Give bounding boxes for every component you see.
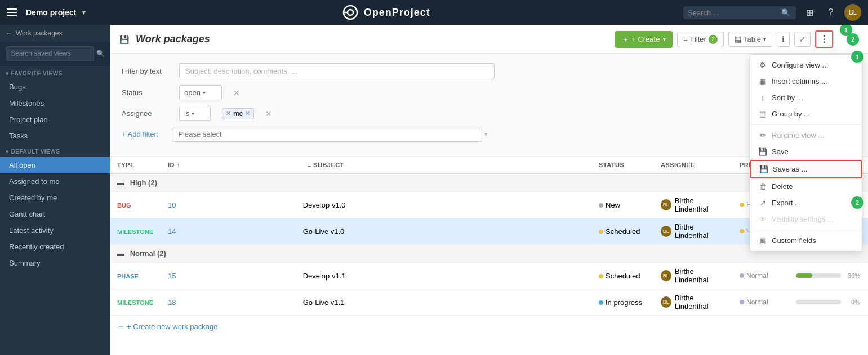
row-status: New [592,192,654,218]
group-collapse-icon[interactable]: ▬ [117,178,124,187]
custom-fields-icon: ▤ [758,236,767,245]
info-button[interactable]: ℹ [777,32,790,47]
top-nav-right: 🔍 ⊞ ? BL [683,4,861,21]
table-row[interactable]: PHASE 15 Develop v1.1 Scheduled BL Birth… [110,263,868,289]
all-open-label: All open [9,161,35,169]
sidebar-item-tasks[interactable]: Tasks [0,128,110,144]
col-assignee: ASSIGNEE [654,157,733,173]
sidebar-search-input[interactable] [6,46,94,61]
status-dot [599,274,603,278]
add-filter-label[interactable]: + Add filter: [122,130,158,138]
dropdown-custom-fields[interactable]: ▤ Custom fields [750,232,862,249]
row-status: Scheduled [592,218,654,245]
assignee-name: Birthe Lindenthal [675,294,726,311]
filter-row-status: Status open ▾ ✕ [122,85,857,100]
filter-assignee-op-arrow: ▾ [192,110,194,116]
table-view-button[interactable]: ▤ Table ▾ [728,32,772,47]
circle-badge-1: 1 [851,51,863,63]
global-search-input[interactable] [688,8,778,17]
priority-dot [740,229,744,233]
dropdown-divider-2 [750,230,862,230]
dropdown-save-as[interactable]: 💾 Save as ... [750,160,862,178]
sidebar-search-area: 🔍 [0,42,110,66]
id-link[interactable]: 15 [168,272,176,280]
filter-tag-arrow[interactable]: ✕ [245,110,250,117]
row-subject: Develop v1.1 [296,263,592,289]
help-icon[interactable]: ? [823,5,839,20]
assignee-avatar: BL [661,199,671,210]
filter-assignee-operator[interactable]: is ▾ [179,106,211,121]
gantt-chart-label: Gantt chart [9,210,45,218]
status-dot [599,203,603,208]
dropdown-group-by[interactable]: ▤ Group by ... [750,106,862,122]
row-progress: 36% [789,263,868,289]
filter-text-input[interactable] [179,63,495,79]
sort-by-icon: ↕ [758,93,767,102]
user-avatar[interactable]: BL [844,4,861,21]
dropdown-delete[interactable]: 🗑 Delete [750,178,862,195]
row-type: BUG [110,192,161,218]
table-row[interactable]: MILESTONE 18 Go-Live v1.1 In progress BL… [110,289,868,316]
configure-view-icon: ⚙ [758,61,767,69]
priority-dot [740,273,744,278]
col-id[interactable]: ID ↑ [161,157,296,173]
filter-badge: 2 [709,35,718,44]
sidebar-back[interactable]: ← Work packages [0,25,110,42]
more-options-button[interactable]: ⋮ [815,30,833,48]
sidebar-item-gantt-chart[interactable]: Gantt chart [0,206,110,222]
id-link[interactable]: 10 [168,201,176,209]
project-name: Demo project [26,8,76,17]
sidebar-item-bugs[interactable]: Bugs [0,79,110,95]
id-link[interactable]: 14 [168,227,176,236]
default-views-header: ▾ DEFAULT VIEWS [0,144,110,157]
create-button[interactable]: ＋ + Create ▾ [615,31,673,48]
dropdown-sort-by[interactable]: ↕ Sort by ... [750,89,862,106]
sidebar-item-assigned-to-me[interactable]: Assigned to me [0,173,110,190]
dropdown-configure-view[interactable]: ⚙ Configure view ... [750,57,862,73]
sidebar-item-summary[interactable]: Summary [0,255,110,271]
assignee-avatar: BL [661,270,671,281]
add-filter-arrow-icon: ▾ [484,131,487,137]
create-new-work-package[interactable]: ＋ + Create new work package [110,316,868,337]
sidebar-item-all-open[interactable]: All open [0,157,110,173]
sidebar-item-latest-activity[interactable]: Latest activity [0,222,110,239]
insert-columns-label: Insert columns ... [772,77,827,86]
visibility-settings-label: Visibility settings ... [772,215,834,223]
group-collapse-icon-2[interactable]: ▬ [117,249,124,258]
dropdown-export[interactable]: ↗ Export ... [750,195,862,211]
filter-tag-x-icon[interactable]: ✕ [226,110,231,117]
add-filter-select[interactable] [172,127,482,142]
filter-assignee-operator-value: is [184,109,189,118]
sidebar-item-created-by-me[interactable]: Created by me [0,190,110,206]
dropdown-insert-columns[interactable]: ▦ Insert columns ... [750,73,862,89]
sidebar-item-project-plan[interactable]: Project plan [0,111,110,128]
filter-assignee-close[interactable]: ✕ [265,109,272,118]
id-link[interactable]: 18 [168,298,176,307]
hamburger-menu[interactable] [7,8,17,16]
recently-created-label: Recently created [9,242,64,251]
tasks-label: Tasks [9,132,28,140]
filter-status-select[interactable]: open ▾ [179,85,222,100]
dropdown-menu: ⚙ Configure view ... ▦ Insert columns ..… [750,54,862,251]
fullscreen-button[interactable]: ⤢ [794,32,811,47]
global-search[interactable]: 🔍 [683,6,796,19]
save-as-icon: 💾 [759,165,768,173]
latest-activity-label: Latest activity [9,226,54,235]
filter-status-label: Status [122,88,172,97]
group-by-label: Group by ... [772,110,810,118]
configure-view-label: Configure view ... [772,61,828,69]
filter-button[interactable]: ≡ Filter 2 [677,32,723,47]
filter-row-assignee: Assignee is ▾ ✕ me ✕ ✕ [122,106,857,121]
badge-2: 2 [847,33,859,46]
sidebar-item-milestones[interactable]: Milestones [0,95,110,111]
grid-icon[interactable]: ⊞ [802,5,817,20]
sidebar-item-recently-created[interactable]: Recently created [0,239,110,255]
priority-value: Normal [746,272,768,280]
sidebar-search-icon: 🔍 [96,50,105,57]
content-header: 💾 Work packages ＋ + Create ▾ ≡ Filter 2 … [110,25,868,54]
project-selector[interactable]: Demo project ▼ [7,8,87,17]
dropdown-save[interactable]: 💾 Save [750,143,862,160]
header-actions: ＋ + Create ▾ ≡ Filter 2 ▤ Table ▾ ℹ ⤢ ⋮ [615,30,859,48]
filter-status-close[interactable]: ✕ [233,88,240,97]
project-dropdown-icon[interactable]: ▼ [81,9,87,16]
